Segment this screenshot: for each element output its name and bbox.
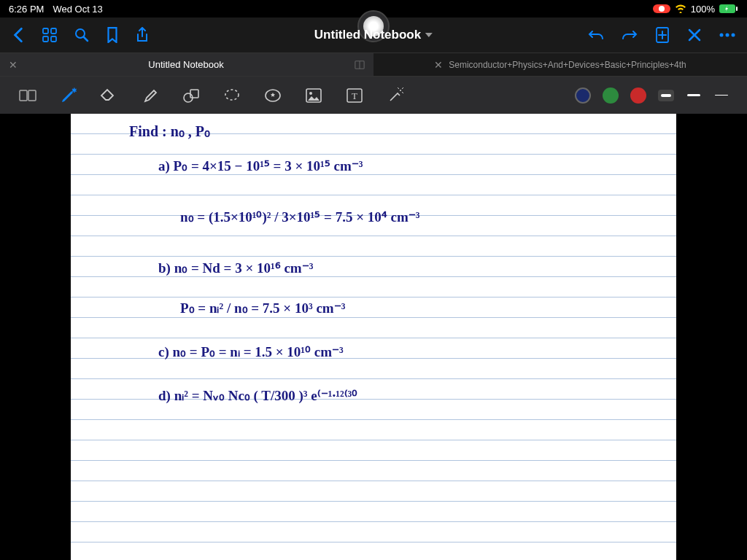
svg-text:T: T bbox=[352, 90, 357, 101]
tab-pdf[interactable]: ✕ Semiconductor+Physics+And+Devices+Basi… bbox=[374, 53, 747, 76]
tools-bar: ✱ T bbox=[0, 76, 747, 114]
pen-tool[interactable]: ✱ bbox=[58, 85, 79, 106]
hw-line-7: d) nᵢ² = Nᵥ₀ Nc₀ ( T/300 )³ e⁽⁻¹·¹²⁽³⁰ bbox=[158, 387, 357, 404]
hw-line-4: b) n₀ = Nd = 3 × 10¹⁶ cm⁻³ bbox=[158, 260, 313, 276]
hw-line-2: a) P₀ = 4×15 − 10¹⁵ = 3 × 10¹⁵ cm⁻³ bbox=[158, 158, 363, 174]
read-mode-tool[interactable] bbox=[18, 85, 38, 106]
battery-icon bbox=[719, 4, 738, 13]
status-date: Wed Oct 13 bbox=[53, 4, 102, 15]
grid-view-icon[interactable] bbox=[42, 28, 57, 42]
color-navy[interactable] bbox=[575, 88, 591, 104]
undo-button[interactable] bbox=[588, 28, 604, 42]
bookmark-icon[interactable] bbox=[107, 27, 118, 43]
stroke-thin[interactable] bbox=[713, 95, 729, 96]
recording-indicator[interactable] bbox=[653, 4, 670, 13]
notebook-page[interactable]: Find : n₀ , P₀ a) P₀ = 4×15 − 10¹⁵ = 3 ×… bbox=[71, 114, 676, 560]
sticker-tool[interactable] bbox=[263, 85, 283, 106]
svg-line-31 bbox=[402, 92, 403, 93]
chevron-down-icon bbox=[425, 33, 433, 37]
svg-line-30 bbox=[398, 88, 399, 89]
redo-button[interactable] bbox=[622, 28, 638, 42]
add-page-button[interactable] bbox=[655, 27, 670, 43]
laser-tool[interactable] bbox=[385, 85, 406, 106]
battery-percent: 100% bbox=[691, 4, 715, 15]
svg-point-29 bbox=[400, 90, 401, 91]
shapes-tool[interactable] bbox=[181, 85, 201, 106]
stroke-medium[interactable] bbox=[686, 94, 702, 96]
svg-rect-22 bbox=[190, 90, 198, 98]
svg-rect-4 bbox=[43, 36, 48, 42]
svg-rect-1 bbox=[736, 7, 738, 11]
tab-notebook[interactable]: ✕ Untitled Notebook bbox=[0, 53, 374, 76]
lasso-tool[interactable] bbox=[222, 85, 242, 106]
svg-point-14 bbox=[726, 34, 729, 37]
notebook-title[interactable]: Untitled Notebook bbox=[314, 28, 433, 42]
svg-line-32 bbox=[402, 88, 403, 89]
hw-line-5: P₀ = nᵢ² / n₀ = 7.5 × 10³ cm⁻³ bbox=[180, 300, 345, 316]
eraser-tool[interactable] bbox=[99, 85, 120, 106]
svg-rect-19 bbox=[28, 90, 36, 101]
svg-line-7 bbox=[84, 37, 88, 41]
svg-point-23 bbox=[225, 90, 239, 100]
share-icon[interactable] bbox=[136, 27, 149, 43]
tabs-bar: ✕ Untitled Notebook ✕ Semiconductor+Phys… bbox=[0, 52, 747, 76]
highlighter-tool[interactable] bbox=[140, 85, 160, 106]
svg-rect-18 bbox=[20, 90, 27, 101]
svg-point-15 bbox=[732, 34, 735, 37]
svg-rect-5 bbox=[51, 36, 56, 42]
color-red[interactable] bbox=[630, 88, 646, 104]
hw-line-3: n₀ = (1.5×10¹⁰)² / 3×10¹⁵ = 7.5 × 10⁴ cm… bbox=[180, 209, 419, 225]
image-tool[interactable] bbox=[303, 85, 324, 106]
svg-rect-3 bbox=[51, 28, 56, 34]
back-button[interactable] bbox=[12, 27, 25, 43]
svg-point-26 bbox=[309, 92, 312, 95]
svg-text:✱: ✱ bbox=[71, 87, 77, 94]
tab-close-icon[interactable]: ✕ bbox=[434, 59, 443, 71]
close-button[interactable] bbox=[687, 28, 702, 42]
hw-line-1: Find : n₀ , P₀ bbox=[129, 122, 210, 140]
canvas-area[interactable]: Find : n₀ , P₀ a) P₀ = 4×15 − 10¹⁵ = 3 ×… bbox=[0, 114, 747, 560]
more-button[interactable] bbox=[719, 33, 735, 37]
wifi-icon bbox=[675, 4, 686, 13]
text-tool[interactable]: T bbox=[344, 85, 365, 106]
split-view-icon[interactable] bbox=[355, 60, 365, 70]
hw-line-6: c) n₀ = P₀ = nᵢ = 1.5 × 10¹⁰ cm⁻³ bbox=[158, 343, 344, 360]
color-green[interactable] bbox=[603, 88, 619, 104]
status-time: 6:26 PM bbox=[9, 4, 44, 15]
tab-close-icon[interactable]: ✕ bbox=[9, 59, 18, 71]
svg-rect-2 bbox=[43, 28, 48, 34]
svg-point-13 bbox=[720, 34, 724, 37]
nav-bar: Untitled Notebook bbox=[0, 18, 747, 52]
search-icon[interactable] bbox=[74, 28, 89, 42]
stroke-thick[interactable] bbox=[658, 90, 674, 101]
